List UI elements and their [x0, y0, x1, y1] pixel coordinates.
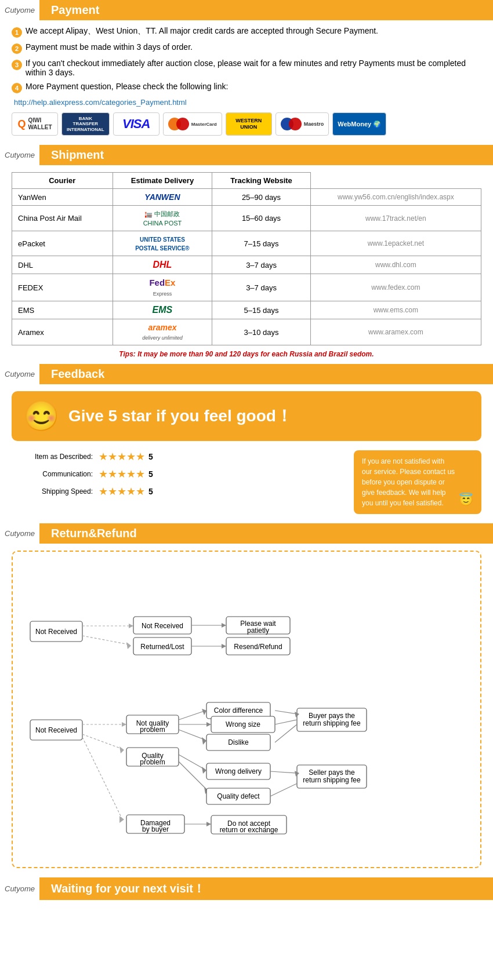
- table-row: YanWen YANWEN 25–90 days www.yw56.com.cn…: [12, 189, 481, 206]
- col-delivery: Estimate Delivery: [113, 173, 212, 189]
- not-received-right-top-label: Not Received: [142, 622, 183, 630]
- svg-line-23: [179, 730, 204, 739]
- svg-line-44: [82, 737, 122, 818]
- webmoney-icon: WebMoney 🌍: [332, 112, 386, 136]
- mastercard-icon: MasterCard: [163, 112, 222, 136]
- payment-title: Payment: [42, 0, 108, 20]
- aramex-logo: aramexdelivery unlimited: [142, 323, 183, 341]
- payment-text-2: Payment must be made within 3 days of or…: [26, 42, 193, 52]
- brand-label-5: Cutyome: [5, 884, 35, 893]
- yanwen-tracking: www.yw56.com.cn/english/index.aspx: [310, 189, 481, 206]
- rating-num-3: 5: [148, 487, 153, 496]
- feedback-header: Cutyome Feedback: [0, 364, 493, 384]
- ems-days: 5–15 days: [212, 301, 310, 319]
- payment-text-3: If you can't checkout immediately after …: [26, 59, 481, 77]
- svg-line-17: [179, 711, 204, 720]
- yanwen-logo-cell: YANWEN: [113, 189, 212, 206]
- svg-marker-48: [206, 822, 211, 826]
- waiting-title: Waiting for your next visit！: [42, 877, 214, 900]
- fedex-tracking: www.fedex.com: [310, 274, 481, 301]
- buyer-pays-label2: return shipping fee: [303, 719, 361, 727]
- col-tracking: Tracking Website: [212, 173, 310, 189]
- maestro-icon: Maestro: [276, 112, 329, 136]
- payment-text-1: We accept Alipay、West Union、TT. All majo…: [26, 26, 378, 37]
- payment-item-3: 3 If you can't checkout immediately afte…: [12, 59, 481, 77]
- refund-title: Return&Refund: [42, 523, 146, 544]
- rating-row-3: Shipping Speed: ★★★★★ 5: [12, 485, 342, 498]
- chinapost-logo: 🏣 中国邮政CHINA POST: [143, 210, 182, 227]
- give5star-text: Give 5 star if you feel good！: [68, 405, 292, 427]
- aramex-logo-cell: aramexdelivery unlimited: [113, 319, 212, 345]
- table-row: FEDEX FedExExpress 3–7 days www.fedex.co…: [12, 274, 481, 301]
- brand-label-3: Cutyome: [5, 370, 35, 378]
- seller-pays-label2: return shipping fee: [303, 776, 361, 784]
- returned-lost-label: Returned/Lost: [140, 643, 184, 651]
- courier-dhl: DHL: [12, 256, 113, 274]
- waiting-header: Cutyome Waiting for your next visit！: [0, 877, 493, 900]
- refund-header: Cutyome Return&Refund: [0, 523, 493, 544]
- epacket-tracking: www.1epacket.net: [310, 231, 481, 256]
- refund-content: Not Received Not Received Please wait pa…: [0, 544, 493, 877]
- payment-item-1: 1 We accept Alipay、West Union、TT. All ma…: [12, 26, 481, 38]
- usps-logo-cell: UNITED STATESPOSTAL SERVICE®: [113, 231, 212, 256]
- epacket-days: 7–15 days: [212, 231, 310, 256]
- seller-pays-label: Seller pays the: [309, 768, 355, 777]
- svg-marker-15: [122, 722, 126, 727]
- color-diff-label: Color difference: [214, 706, 263, 715]
- damaged-buyer-label2: by buyer: [142, 825, 169, 833]
- table-row: Aramex aramexdelivery unlimited 3–10 day…: [12, 319, 481, 345]
- give5star-box: 😊 Give 5 star if you feel good！: [12, 391, 481, 441]
- refund-section: Cutyome Return&Refund Not Received Not R…: [0, 523, 493, 877]
- payment-brand: Cutyome: [0, 0, 42, 20]
- quality-problem-label2: problem: [140, 758, 165, 766]
- table-row: China Post Air Mail 🏣 中国邮政CHINA POST 15–…: [12, 206, 481, 231]
- fedex-logo: FedExExpress: [149, 278, 175, 297]
- refund-brand: Cutyome: [0, 523, 42, 544]
- rating-label-2: Communication:: [12, 470, 93, 478]
- not-received-left-label: Not Received: [35, 628, 77, 636]
- svg-marker-32: [119, 746, 124, 753]
- wrong-size-label: Wrong size: [226, 720, 260, 728]
- ems-logo: EMS: [153, 305, 173, 315]
- courier-fedex: FEDEX: [12, 274, 113, 301]
- shipment-title: Shipment: [42, 145, 113, 165]
- svg-line-43: [270, 784, 297, 796]
- svg-line-29: [275, 720, 297, 724]
- svg-marker-2: [129, 624, 133, 628]
- feedback-content: 😊 Give 5 star if you feel good！ Item as …: [0, 384, 493, 523]
- bank-transfer-icon: BANKTRANSFERINTERNATIONAL: [61, 112, 110, 136]
- brand-label-2: Cutyome: [5, 151, 35, 159]
- courier-aramex: Aramex: [12, 319, 113, 345]
- stars-2: ★★★★★: [99, 468, 145, 480]
- buyer-pays-label: Buyer pays the: [309, 712, 355, 720]
- dislike-label: Dislike: [228, 738, 249, 746]
- qiwi-icon: Q QIWIWALLET: [12, 112, 58, 136]
- shipment-brand: Cutyome: [0, 145, 42, 165]
- payment-text-4: More Payment question, Please check the …: [26, 82, 228, 91]
- satisfied-box: If you are not satisfied with our servic…: [354, 450, 481, 514]
- ratings-left: Item as Described: ★★★★★ 5 Communication…: [12, 450, 342, 514]
- num-3: 3: [12, 60, 22, 70]
- usps-logo: UNITED STATESPOSTAL SERVICE®: [135, 236, 190, 252]
- shipment-table: Courier Estimate Delivery Tracking Websi…: [12, 172, 481, 345]
- rating-label-1: Item as Described:: [12, 453, 93, 461]
- dhl-days: 3–7 days: [212, 256, 310, 274]
- quality-defect-label: Quality defect: [217, 792, 260, 800]
- feedback-title: Feedback: [42, 364, 114, 384]
- ems-tracking: www.ems.com: [310, 301, 481, 319]
- table-row: DHL DHL 3–7 days www.dhl.com: [12, 256, 481, 274]
- chinapost-logo-cell: 🏣 中国邮政CHINA POST: [113, 206, 212, 231]
- waiting-brand: Cutyome: [0, 877, 42, 900]
- num-1: 1: [12, 27, 22, 38]
- svg-line-30: [275, 724, 297, 742]
- dhl-tracking: www.dhl.com: [310, 256, 481, 274]
- svg-marker-21: [206, 722, 211, 727]
- payment-header: Cutyome Payment: [0, 0, 493, 20]
- angel-icon: 😇: [459, 491, 473, 508]
- svg-line-41: [270, 771, 297, 773]
- ems-logo-cell: EMS: [113, 301, 212, 319]
- rating-num-2: 5: [148, 469, 153, 479]
- fedex-days: 3–7 days: [212, 274, 310, 301]
- rating-label-3: Shipping Speed:: [12, 487, 93, 496]
- payment-link[interactable]: http://help.aliexpress.com/categories_Pa…: [14, 98, 481, 107]
